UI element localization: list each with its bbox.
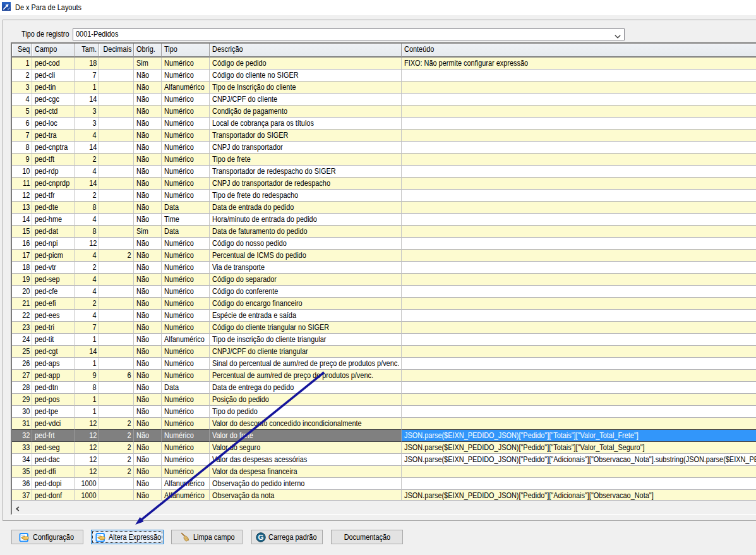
svg-text:G: G <box>258 534 264 541</box>
